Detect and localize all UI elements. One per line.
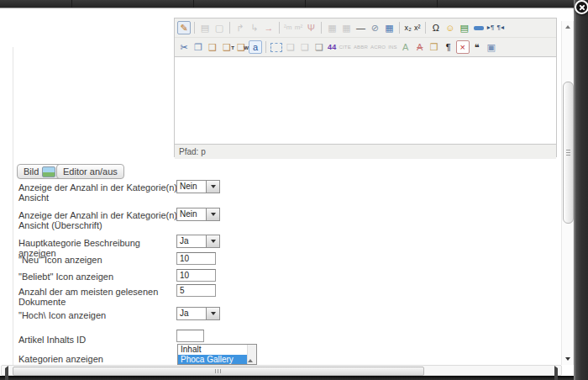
close-button[interactable]: [575, 0, 588, 14]
listbox-scrollbar[interactable]: [247, 345, 256, 364]
visual-chars-icon[interactable]: ¶: [442, 40, 455, 54]
listbox-option[interactable]: Inhalt: [178, 345, 247, 355]
toolbar-separator: [229, 22, 230, 34]
yes-no-select[interactable]: Ja: [176, 235, 220, 248]
toggle-editor-icon[interactable]: ✎: [177, 21, 191, 34]
editor-path-bar: Pfad: p: [175, 144, 556, 159]
scroll-up-icon[interactable]: [562, 25, 573, 29]
select-value: Nein: [177, 208, 206, 220]
editor-toolbar-row-2: ✂❐❑❑T❑Wa❏❏❏44CITEABBRACROINSAA❒¶×❝▣: [175, 38, 556, 57]
paste-icon[interactable]: ❑: [206, 40, 219, 54]
horizontal-scrollbar-thumb[interactable]: [13, 367, 424, 376]
editor-text-area[interactable]: [175, 57, 556, 144]
toolbar-separator: [425, 22, 426, 34]
paste-as-text-icon[interactable]: ❑T: [220, 40, 234, 54]
backdrop-bottom: [0, 376, 574, 380]
field-label: Artikel Inhalts ID: [18, 335, 180, 345]
special-character-icon[interactable]: Ω: [429, 21, 443, 34]
emoticons-icon[interactable]: ☺: [444, 21, 457, 34]
show-blocks-icon[interactable]: ▤: [198, 21, 212, 34]
insert-ins-icon[interactable]: A: [399, 40, 412, 54]
insert-del-icon[interactable]: A: [413, 40, 427, 54]
categories-listbox[interactable]: InhaltPhoca Gallery: [177, 344, 257, 365]
backdrop-right: [574, 0, 588, 380]
field-label: Kategorien anzeigen: [18, 354, 180, 364]
acronym-attribute-icon[interactable]: ACRO: [370, 40, 386, 54]
column-divider: [13, 47, 13, 365]
insert-flash-icon[interactable]: [472, 21, 486, 34]
menu-separator: [193, 0, 194, 8]
nonbreaking-space-icon[interactable]: ²m: [283, 21, 293, 34]
field-label: Anzeige der Anzahl in der Kategorie(n) A…: [18, 210, 180, 230]
editor-toggle-label: Editor an/aus: [63, 166, 118, 177]
toolbar-separator: [279, 22, 280, 34]
insert-layer-icon[interactable]: ❏: [284, 40, 297, 54]
ins-attribute-icon[interactable]: INS: [387, 40, 398, 54]
horizontal-rule-icon[interactable]: —: [354, 21, 367, 34]
paste-from-word-icon[interactable]: ❑W: [234, 40, 248, 54]
toolbar-separator: [399, 22, 400, 34]
toolbar-separator: [194, 22, 195, 34]
scroll-right-icon[interactable]: [554, 368, 558, 380]
direction-rtl-icon[interactable]: ¶◂: [496, 21, 506, 34]
horizontal-scrollbar[interactable]: [1, 365, 562, 376]
yes-no-select[interactable]: Nein: [176, 180, 220, 193]
text-input[interactable]: [176, 284, 216, 297]
visual-aid-icon[interactable]: [270, 40, 283, 54]
cell-properties-icon[interactable]: ▣: [485, 40, 498, 54]
formula-icon[interactable]: Ψ: [304, 21, 318, 34]
field-label: "Neu" Icon anzeigen: [18, 255, 180, 265]
scroll-down-icon[interactable]: [562, 357, 573, 361]
vertical-scrollbar-thumb[interactable]: [563, 82, 574, 224]
field-label: Anzeige der Anzahl in der Kategorie(n) A…: [18, 182, 180, 203]
listbox-option[interactable]: Phoca Gallery: [178, 355, 247, 365]
copy-icon[interactable]: ❐: [192, 40, 205, 54]
vertical-scrollbar[interactable]: [561, 21, 574, 365]
subscript-icon[interactable]: x₂: [403, 21, 412, 34]
yes-no-select[interactable]: Ja: [176, 307, 220, 320]
bild-button-label: Bild: [24, 166, 39, 177]
page-break-icon[interactable]: m²: [294, 21, 304, 34]
insert-table-row-icon[interactable]: ▦: [325, 21, 339, 34]
cite-attribute-icon[interactable]: CITE: [338, 40, 351, 54]
remove-format-icon[interactable]: ⊘: [368, 21, 381, 34]
scroll-left-icon[interactable]: [5, 368, 8, 380]
attributes-icon[interactable]: ❒: [428, 40, 441, 54]
module-edit-modal: ✎▤▢↱↳→²mm²Ψ▦▦—⊘▦x₂x²Ω☺▤▸¶¶◂ ✂❐❑❑T❑Wa❏❏❏4…: [0, 8, 574, 376]
insert-abbreviation-icon[interactable]: ↳: [248, 21, 261, 34]
editor-path-text: Pfad: p: [179, 147, 206, 156]
cut-icon[interactable]: ✂: [177, 40, 191, 54]
editor-toggle-button[interactable]: Editor an/aus: [56, 164, 124, 179]
insert-table-col-icon[interactable]: ▦: [339, 21, 353, 34]
blockquote-icon[interactable]: ❝: [470, 40, 484, 54]
scroll-up-icon[interactable]: [248, 345, 253, 362]
menu-separator: [71, 0, 72, 8]
insert-redirect-icon[interactable]: →: [262, 21, 276, 34]
direction-ltr-icon[interactable]: ▸¶: [486, 21, 496, 34]
style-properties-icon[interactable]: 44: [327, 40, 337, 54]
superscript-icon[interactable]: x²: [413, 21, 422, 34]
chevron-down-icon[interactable]: [206, 181, 219, 193]
field-label: Anzahl der am meisten gelesenen Dokument…: [18, 287, 180, 307]
send-backward-icon[interactable]: ❏: [312, 40, 326, 54]
background-admin-menubar: [0, 0, 588, 8]
toolbar-separator: [265, 41, 266, 53]
insert-media-icon[interactable]: ▤: [458, 21, 471, 34]
abbr-attribute-icon[interactable]: ABBR: [353, 40, 369, 54]
field-label: "Hoch\ Icon anzeigen: [18, 310, 180, 320]
text-input[interactable]: [176, 252, 216, 265]
chevron-down-icon[interactable]: [206, 235, 219, 247]
fullscreen-icon[interactable]: ▢: [213, 21, 226, 34]
chevron-down-icon[interactable]: [206, 308, 219, 319]
insert-citation-icon[interactable]: ↱: [234, 21, 247, 34]
yes-no-select[interactable]: Nein: [176, 208, 220, 221]
menu-separator: [305, 0, 306, 8]
toolbar-separator: [321, 22, 322, 34]
text-input[interactable]: [176, 330, 204, 342]
select-all-icon[interactable]: a: [249, 40, 262, 54]
bring-forward-icon[interactable]: ❏: [298, 40, 312, 54]
chevron-down-icon[interactable]: [206, 208, 219, 220]
cleanup-code-icon[interactable]: ×: [456, 40, 470, 54]
insert-table-icon[interactable]: ▦: [382, 21, 396, 34]
text-input[interactable]: [176, 269, 216, 282]
